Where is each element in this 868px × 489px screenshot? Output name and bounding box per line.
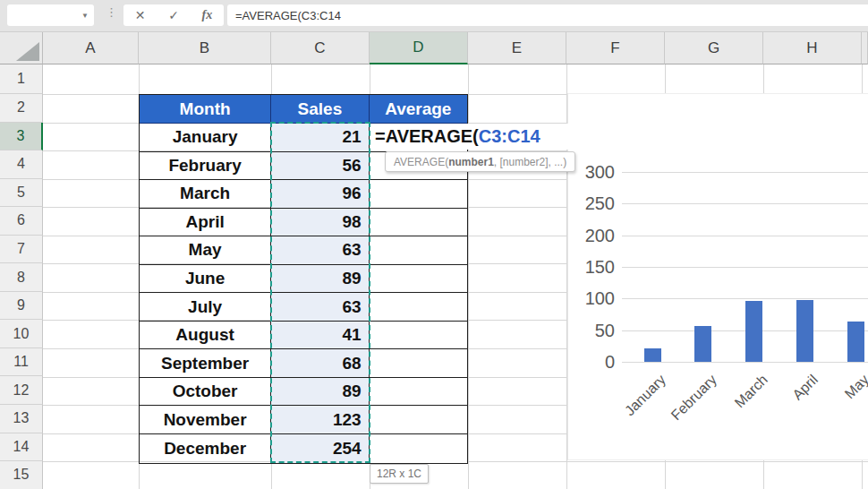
chart-y-tick-label: 50	[568, 322, 615, 339]
column-header-D[interactable]: D	[370, 32, 468, 64]
row-header-6[interactable]: 6	[0, 207, 43, 236]
average-cell[interactable]	[370, 434, 467, 463]
sales-cell[interactable]: 89	[271, 378, 369, 407]
formula-bar[interactable]: =AVERAGE(C3:C14	[227, 4, 868, 26]
select-all-corner[interactable]	[0, 32, 43, 64]
table-header-row: MonthSalesAverage	[140, 95, 467, 124]
row-header-9[interactable]: 9	[0, 292, 43, 321]
table-row: May63	[140, 236, 467, 265]
chart-bar-january[interactable]	[644, 348, 661, 362]
cancel-icon[interactable]: ✕	[135, 9, 146, 21]
column-header-partial[interactable]	[862, 32, 868, 64]
sheet-grid[interactable]: 300250200150100500JanuaryFebruaryMarchAp…	[43, 64, 868, 489]
month-cell[interactable]: June	[140, 265, 271, 294]
month-cell[interactable]: February	[140, 152, 271, 181]
average-cell[interactable]	[370, 378, 467, 407]
month-cell[interactable]: May	[140, 236, 271, 265]
table-row: March96	[140, 180, 467, 209]
insert-function-icon[interactable]: fx	[201, 9, 212, 21]
average-cell[interactable]	[370, 265, 467, 294]
column-header-F[interactable]: F	[566, 32, 665, 64]
toolbar-separator-dots-icon: ⋮	[106, 5, 117, 19]
month-cell[interactable]: January	[140, 124, 271, 152]
table-row: November123	[140, 406, 467, 434]
sales-cell[interactable]: 254	[271, 434, 369, 463]
month-cell[interactable]: August	[140, 322, 271, 350]
table-row: April98	[140, 209, 467, 237]
column-header-B[interactable]: B	[139, 32, 271, 64]
select-all-triangle-icon	[16, 42, 39, 61]
formula-bar-text: =AVERAGE(C3:C14	[227, 9, 341, 22]
average-cell[interactable]	[370, 322, 467, 350]
row-header-3[interactable]: 3	[0, 123, 43, 151]
average-cell[interactable]	[370, 349, 467, 378]
row-header-15[interactable]: 15	[0, 461, 43, 489]
sales-cell[interactable]: 68	[271, 349, 369, 378]
month-cell[interactable]: March	[140, 180, 271, 209]
column-header-G[interactable]: G	[665, 32, 763, 64]
sales-cell[interactable]: 56	[271, 152, 369, 181]
chart-y-tick-label: 100	[568, 289, 615, 307]
sales-cell[interactable]: 123	[271, 406, 369, 434]
chart-bar-march[interactable]	[745, 301, 762, 362]
row-header-14[interactable]: 14	[0, 433, 43, 462]
table-header-average[interactable]: Average	[370, 95, 467, 124]
chart-bar-may[interactable]	[847, 322, 864, 362]
row-header-8[interactable]: 8	[0, 263, 43, 292]
formula-buttons: ✕ ✓ fx	[123, 4, 224, 26]
sales-cell[interactable]: 41	[271, 322, 369, 350]
row-header-5[interactable]: 5	[0, 179, 43, 208]
row-header-11[interactable]: 11	[0, 348, 43, 377]
sales-cell[interactable]: 96	[271, 180, 369, 209]
sales-cell[interactable]: 63	[271, 236, 369, 265]
column-header-C[interactable]: C	[271, 32, 370, 64]
row-header-12[interactable]: 12	[0, 376, 43, 405]
table-header-month[interactable]: Month	[140, 95, 271, 124]
row-headers: 123456789101112131415	[0, 64, 43, 489]
table-header-sales[interactable]: Sales	[271, 95, 369, 124]
average-cell[interactable]	[370, 180, 467, 209]
month-cell[interactable]: April	[140, 209, 271, 237]
selection-size-badge: 12R x 1C	[370, 464, 429, 484]
month-cell[interactable]: October	[140, 378, 271, 407]
sales-cell[interactable]: 21	[271, 124, 369, 152]
sales-cell[interactable]: 63	[271, 293, 369, 322]
row-header-7[interactable]: 7	[0, 236, 43, 264]
month-cell[interactable]: September	[140, 349, 271, 378]
chart-gridline	[622, 267, 868, 268]
row-header-13[interactable]: 13	[0, 405, 43, 433]
average-cell[interactable]	[370, 236, 467, 265]
row-header-2[interactable]: 2	[0, 94, 43, 123]
column-header-A[interactable]: A	[43, 32, 139, 64]
chart-y-tick-label: 250	[568, 194, 615, 212]
average-cell[interactable]	[370, 406, 467, 434]
column-header-E[interactable]: E	[468, 32, 566, 64]
row-header-4[interactable]: 4	[0, 150, 43, 179]
month-cell[interactable]: July	[140, 293, 271, 322]
formula-toolbar: ▼ ⋮ ✕ ✓ fx =AVERAGE(C3:C14	[0, 0, 868, 32]
sales-cell[interactable]: 89	[271, 265, 369, 294]
formula-text: =AVERAGE(	[375, 126, 479, 147]
table-row: July63	[140, 293, 467, 322]
sales-cell[interactable]: 98	[271, 209, 369, 237]
chart-y-tick-label: 200	[568, 227, 615, 244]
chart-gridline	[622, 298, 868, 299]
chart-gridline	[622, 172, 868, 173]
row-header-10[interactable]: 10	[0, 320, 43, 348]
row-header-1[interactable]: 1	[0, 64, 43, 94]
month-cell[interactable]: December	[140, 434, 271, 463]
active-cell-editor[interactable]: =AVERAGE( C3:C14	[371, 124, 572, 150]
chart-y-tick-label: 0	[568, 353, 615, 371]
chart-bar-february[interactable]	[694, 326, 711, 362]
chart-bar-april[interactable]	[796, 300, 813, 362]
name-box-dropdown-icon[interactable]: ▼	[81, 12, 94, 20]
embedded-bar-chart[interactable]: 300250200150100500JanuaryFebruaryMarchAp…	[567, 93, 868, 460]
average-cell[interactable]	[370, 209, 467, 237]
table-row: August41	[140, 322, 467, 350]
column-header-H[interactable]: H	[763, 32, 862, 64]
enter-icon[interactable]: ✓	[168, 9, 179, 21]
name-box[interactable]: ▼	[7, 4, 94, 26]
function-hint-tooltip: AVERAGE(number1, [number2], ...)	[385, 151, 575, 172]
month-cell[interactable]: November	[140, 406, 271, 434]
average-cell[interactable]	[370, 293, 467, 322]
